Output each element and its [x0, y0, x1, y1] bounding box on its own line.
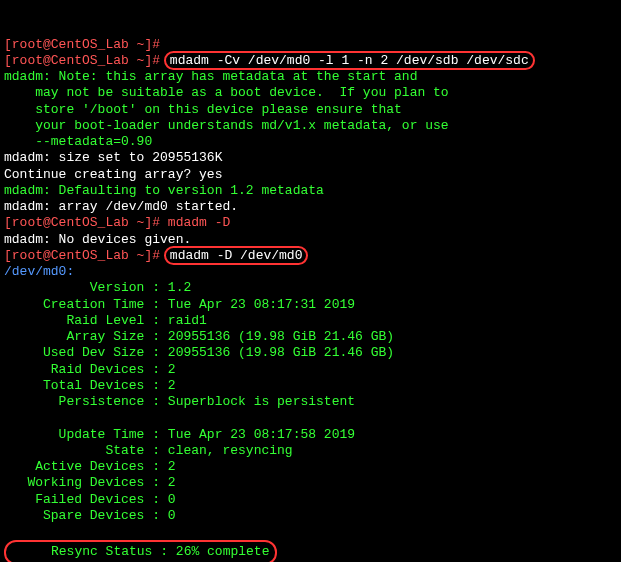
prompt-line: [root@CentOS_Lab ~]# [4, 37, 160, 52]
output-line: Array Size : 20955136 (19.98 GiB 21.46 G… [4, 329, 394, 344]
output-line: Failed Devices : 0 [4, 492, 176, 507]
output-line: Version : 1.2 [4, 280, 191, 295]
output-line: mdadm: array /dev/md0 started. [4, 199, 238, 214]
output-line: mdadm: size set to 20955136K [4, 150, 222, 165]
output-line: --metadata=0.90 [4, 134, 152, 149]
output-line: Continue creating array? yes [4, 167, 222, 182]
output-line: store '/boot' on this device please ensu… [4, 102, 402, 117]
output-line: Working Devices : 2 [4, 475, 176, 490]
output-line: Raid Devices : 2 [4, 362, 176, 377]
output-line: mdadm: Defaulting to version 1.2 metadat… [4, 183, 324, 198]
output-line: mdadm: No devices given. [4, 232, 191, 247]
output-line: Spare Devices : 0 [4, 508, 176, 523]
prompt-line: [root@CentOS_Lab ~]# [4, 248, 168, 263]
output-line: Creation Time : Tue Apr 23 08:17:31 2019 [4, 297, 355, 312]
command-highlight-1: mdadm -Cv /dev/md0 -l 1 -n 2 /dev/sdb /d… [164, 51, 535, 70]
output-line: Persistence : Superblock is persistent [4, 394, 355, 409]
output-line: Raid Level : raid1 [4, 313, 207, 328]
output-line: Update Time : Tue Apr 23 08:17:58 2019 [4, 427, 355, 442]
resync-highlight: Resync Status : 26% complete [4, 540, 277, 562]
device-header: /dev/md0: [4, 264, 74, 279]
output-line: Active Devices : 2 [4, 459, 176, 474]
command-highlight-2: mdadm -D /dev/md0 [164, 246, 309, 265]
output-line: your boot-loader understands md/v1.x met… [4, 118, 449, 133]
output-line: mdadm: Note: this array has metadata at … [4, 69, 417, 84]
output-line: may not be suitable as a boot device. If… [4, 85, 449, 100]
prompt-line: [root@CentOS_Lab ~]# [4, 53, 168, 68]
prompt-line: [root@CentOS_Lab ~]# mdadm -D [4, 215, 230, 230]
output-line: Total Devices : 2 [4, 378, 176, 393]
output-line: Used Dev Size : 20955136 (19.98 GiB 21.4… [4, 345, 394, 360]
output-line: State : clean, resyncing [4, 443, 293, 458]
